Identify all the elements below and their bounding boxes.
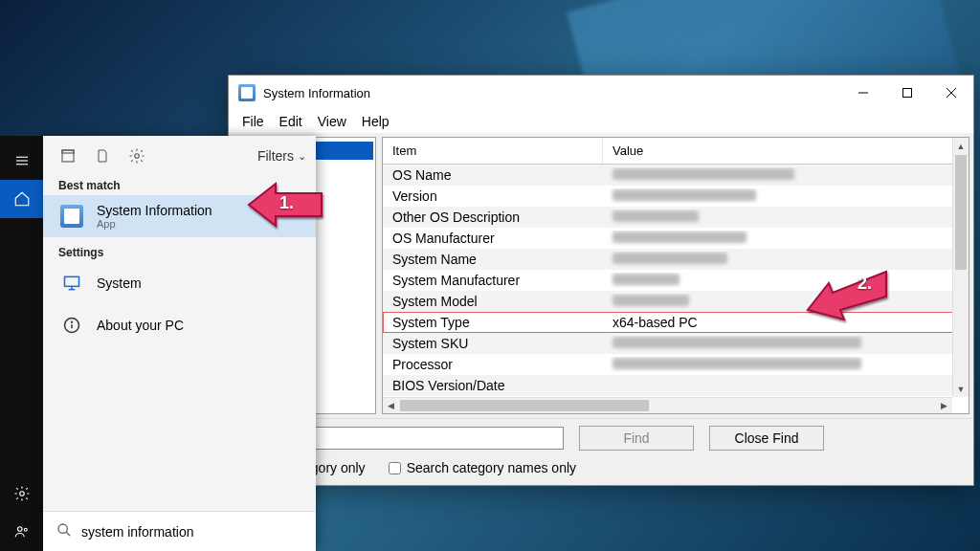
system-information-window: System Information File Edit View Help n…	[228, 75, 974, 486]
horizontal-scrollbar[interactable]: ◀ ▶	[383, 397, 952, 413]
settings-scope-icon[interactable]	[122, 141, 152, 171]
list-header: Item Value	[383, 138, 969, 165]
titlebar[interactable]: System Information	[229, 76, 973, 110]
value-cell	[603, 167, 969, 183]
item-cell: Processor	[383, 357, 603, 372]
find-options: cted category only Search category names…	[229, 456, 973, 485]
hamburger-icon[interactable]	[0, 142, 43, 180]
minimize-button[interactable]	[841, 76, 885, 110]
documents-scope-icon[interactable]	[87, 141, 118, 171]
table-row[interactable]: BIOS Version/Date	[383, 375, 969, 396]
info-icon	[58, 312, 85, 339]
scroll-up-icon[interactable]: ▲	[953, 138, 969, 154]
table-row[interactable]: System Typex64-based PC	[383, 312, 969, 333]
scroll-down-icon[interactable]: ▼	[953, 381, 969, 397]
scroll-thumb[interactable]	[955, 155, 967, 270]
svg-rect-1	[903, 89, 912, 98]
item-cell: System Name	[383, 252, 603, 267]
result-subtitle: App	[97, 218, 212, 230]
search-box[interactable]	[43, 511, 316, 551]
item-cell: System SKU	[383, 336, 603, 351]
menu-file[interactable]: File	[236, 112, 270, 131]
svg-rect-13	[65, 276, 79, 286]
sysinfo-app-icon	[58, 203, 85, 230]
table-row[interactable]: Other OS Description	[383, 207, 969, 228]
menu-edit[interactable]: Edit	[274, 112, 308, 131]
chevron-down-icon: ⌄	[298, 150, 306, 163]
filters-dropdown[interactable]: Filters ⌄	[257, 148, 306, 164]
value-cell	[603, 231, 969, 246]
opt-search-category-names[interactable]: Search category names only	[389, 460, 576, 475]
table-row[interactable]: System SKU	[383, 333, 969, 354]
people-icon[interactable]	[0, 513, 43, 551]
sysinfo-icon	[238, 84, 256, 101]
svg-point-12	[135, 154, 140, 159]
svg-rect-10	[62, 150, 74, 162]
search-input[interactable]	[81, 524, 302, 540]
close-button[interactable]	[929, 76, 973, 110]
value-cell	[603, 357, 969, 372]
table-row[interactable]: System Model	[383, 291, 969, 312]
close-find-button[interactable]: Close Find	[709, 426, 824, 451]
scroll-thumb[interactable]	[400, 400, 649, 411]
item-cell: OS Manufacturer	[383, 231, 603, 246]
svg-point-7	[19, 492, 24, 496]
table-row[interactable]: Processor	[383, 354, 969, 375]
column-item[interactable]: Item	[383, 138, 603, 164]
item-cell: System Manufacturer	[383, 273, 603, 288]
result-title: System Information	[97, 203, 212, 218]
apps-scope-icon[interactable]	[53, 141, 83, 171]
window-title: System Information	[263, 86, 370, 100]
maximize-button[interactable]	[885, 76, 929, 110]
taskbar	[0, 136, 43, 551]
item-cell: Version	[383, 188, 603, 204]
value-cell	[603, 273, 969, 288]
value-cell	[603, 336, 969, 351]
home-icon[interactable]	[0, 180, 43, 218]
item-cell: System Type	[383, 315, 603, 330]
svg-rect-11	[62, 150, 74, 153]
value-cell	[603, 294, 969, 309]
vertical-scrollbar[interactable]: ▲ ▼	[952, 138, 969, 397]
column-value[interactable]: Value	[603, 138, 969, 164]
menubar: File Edit View Help	[229, 110, 973, 133]
table-row[interactable]: OS Manufacturer	[383, 228, 969, 249]
filters-label: Filters	[257, 148, 294, 164]
settings-header: Settings	[43, 243, 316, 262]
result-system-information[interactable]: System Information App	[43, 195, 316, 237]
value-cell: x64-based PC	[603, 315, 969, 330]
value-cell	[603, 188, 969, 204]
item-cell: BIOS Version/Date	[383, 378, 603, 393]
monitor-icon	[58, 270, 85, 297]
table-row[interactable]: OS Name	[383, 165, 969, 186]
find-bar: Find Close Find	[229, 418, 973, 456]
svg-point-18	[72, 321, 73, 322]
menu-help[interactable]: Help	[356, 112, 395, 131]
result-about-your-pc[interactable]: About your PC	[43, 304, 316, 346]
find-button[interactable]: Find	[579, 426, 694, 451]
svg-point-9	[24, 528, 27, 531]
result-label: System	[97, 276, 142, 291]
item-cell: Other OS Description	[383, 209, 603, 225]
checkbox[interactable]	[389, 462, 401, 474]
item-cell: OS Name	[383, 167, 603, 183]
svg-point-19	[58, 524, 67, 533]
svg-line-20	[66, 532, 70, 536]
table-row[interactable]: System Name	[383, 249, 969, 270]
table-row[interactable]: Version	[383, 186, 969, 207]
scroll-left-icon[interactable]: ◀	[383, 398, 399, 413]
best-match-header: Best match	[43, 176, 316, 195]
scroll-right-icon[interactable]: ▶	[936, 398, 952, 413]
settings-icon[interactable]	[0, 474, 43, 513]
value-cell	[603, 209, 969, 225]
details-list: Item Value OS NameVersionOther OS Descri…	[382, 137, 969, 414]
result-label: About your PC	[97, 318, 184, 333]
value-cell	[603, 252, 969, 267]
item-cell: System Model	[383, 294, 603, 309]
svg-point-8	[17, 527, 22, 532]
start-search-panel: Filters ⌄ Best match System Information …	[43, 136, 316, 551]
menu-view[interactable]: View	[312, 112, 352, 131]
search-icon	[56, 522, 72, 540]
table-row[interactable]: System Manufacturer	[383, 270, 969, 291]
result-system[interactable]: System	[43, 262, 316, 304]
